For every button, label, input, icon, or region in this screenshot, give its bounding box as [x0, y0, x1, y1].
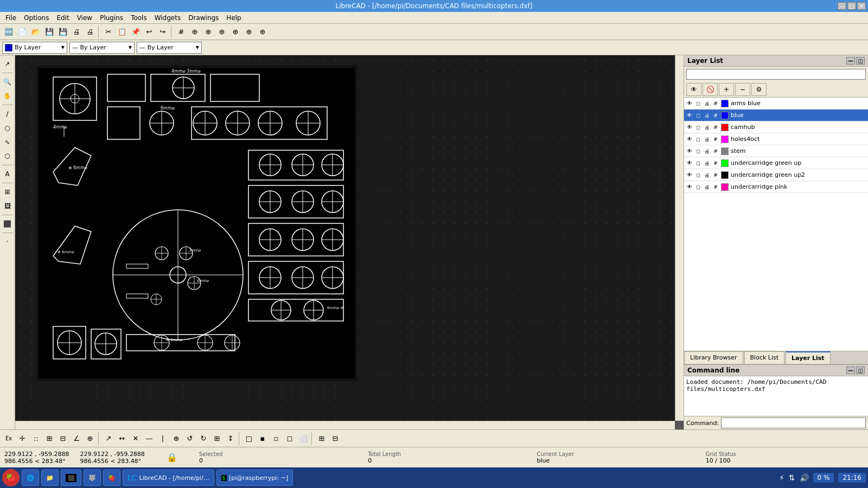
- menu-widgets[interactable]: Widgets: [151, 13, 184, 23]
- paste-button[interactable]: 📌: [129, 25, 142, 38]
- start-button[interactable]: 🍓: [2, 469, 20, 486]
- block-tool[interactable]: ⬛: [1, 217, 14, 230]
- modify10[interactable]: ↕: [224, 432, 237, 445]
- print-button[interactable]: 🖨: [70, 25, 83, 38]
- layer-row[interactable]: 👁 ◻ 🖨 # undercarridge green up: [684, 157, 868, 169]
- snap-angle[interactable]: ∠: [70, 432, 83, 445]
- text-tool[interactable]: A: [1, 168, 14, 181]
- layer-visibility-icon[interactable]: 👁: [685, 123, 694, 132]
- layer-settings-button[interactable]: ⚙: [751, 83, 767, 96]
- pi-button[interactable]: 🍓: [103, 470, 120, 486]
- layer-panel-float[interactable]: ◫: [856, 57, 865, 65]
- remove-layer-button[interactable]: −: [735, 83, 750, 96]
- snap5-button[interactable]: ⊕: [242, 25, 256, 38]
- snap6-button[interactable]: ⊕: [256, 25, 269, 38]
- layer-color-swatch[interactable]: [721, 159, 729, 167]
- insert1[interactable]: ⊞: [315, 432, 328, 445]
- tab-library-browser[interactable]: Library Browser: [684, 351, 743, 364]
- layer-hash-icon[interactable]: #: [711, 123, 720, 132]
- horizontal-scrollbar[interactable]: [15, 421, 675, 429]
- layer-color-swatch[interactable]: [721, 183, 729, 191]
- vertical-scrollbar[interactable]: [675, 55, 684, 421]
- save2-button[interactable]: 💾: [56, 25, 69, 38]
- layer-lock-icon[interactable]: ◻: [694, 147, 703, 156]
- new-button[interactable]: 🆕: [2, 25, 15, 38]
- menu-plugins[interactable]: Plugins: [97, 13, 126, 23]
- layer-panel-minimize[interactable]: —: [846, 57, 855, 65]
- snap-grid[interactable]: ::: [29, 432, 42, 445]
- browser-button[interactable]: 🌐: [22, 470, 39, 486]
- snap-cross[interactable]: ✛: [16, 432, 29, 445]
- layer-print-icon[interactable]: 🖨: [703, 171, 711, 179]
- layer-color-swatch[interactable]: [721, 147, 729, 155]
- menu-file[interactable]: File: [2, 13, 20, 23]
- layer-hash-icon[interactable]: #: [711, 99, 720, 108]
- menu-options[interactable]: Options: [21, 13, 52, 23]
- view-sq5[interactable]: ⬜: [297, 432, 310, 445]
- modify5[interactable]: |: [156, 432, 169, 445]
- cut-button[interactable]: ✂: [102, 25, 115, 38]
- layer-visibility-icon[interactable]: 👁: [685, 99, 694, 108]
- show-all-button[interactable]: 👁: [686, 83, 701, 96]
- snap-ex[interactable]: Ex: [2, 432, 15, 445]
- layer-hash-icon[interactable]: #: [711, 111, 720, 120]
- canvas-area[interactable]: 4mm⌀ 4mm⌀ 3mm⌀ 6mm⌀: [15, 55, 684, 429]
- hide-all-button[interactable]: 🚫: [703, 83, 718, 96]
- menu-view[interactable]: View: [74, 13, 95, 23]
- layer-visibility-icon[interactable]: 👁: [685, 111, 694, 120]
- cmd-float[interactable]: ◫: [856, 367, 865, 374]
- modify9[interactable]: ⊞: [210, 432, 224, 445]
- layer-row[interactable]: 👁 ◻ 🖨 # camhub: [684, 121, 868, 133]
- layer-lock-icon[interactable]: ◻: [694, 183, 703, 191]
- select-tool[interactable]: ↗: [1, 57, 14, 70]
- tab-block-list[interactable]: Block List: [744, 351, 784, 364]
- modify4[interactable]: —: [143, 432, 156, 445]
- close-button[interactable]: ✕: [857, 2, 866, 10]
- layer-lock-icon[interactable]: ◻: [694, 111, 703, 120]
- terminal-button[interactable]: ⬛: [61, 470, 81, 486]
- drawing-canvas[interactable]: 4mm⌀ 4mm⌀ 3mm⌀ 6mm⌀: [37, 66, 357, 381]
- layer-print-icon[interactable]: 🖨: [703, 123, 711, 132]
- print2-button[interactable]: 🖨: [84, 25, 97, 38]
- layer-hash-icon[interactable]: #: [711, 183, 720, 191]
- layer-print-icon[interactable]: 🖨: [703, 135, 711, 144]
- snap-free[interactable]: ⊕: [84, 432, 97, 445]
- tab-layer-list[interactable]: Layer List: [786, 351, 831, 364]
- maximize-button[interactable]: □: [847, 2, 856, 10]
- view-sq3[interactable]: ▫: [270, 432, 283, 445]
- hatch-tool[interactable]: ⊞: [1, 185, 14, 198]
- modify2[interactable]: ↔: [116, 432, 129, 445]
- cmd-minimize[interactable]: —: [846, 367, 855, 374]
- new2-button[interactable]: 📄: [16, 25, 29, 38]
- snap1-button[interactable]: ⊕: [188, 25, 201, 38]
- layer-hash-icon[interactable]: #: [711, 159, 720, 168]
- snap2-button[interactable]: ⊕: [202, 25, 215, 38]
- layer-print-icon[interactable]: 🖨: [703, 159, 711, 168]
- command-input[interactable]: [721, 418, 866, 428]
- layer-lock-icon[interactable]: ◻: [694, 171, 703, 179]
- snap-ortho[interactable]: ⊟: [56, 432, 69, 445]
- line-type-selector[interactable]: — By Layer: [69, 42, 135, 54]
- layer-visibility-icon[interactable]: 👁: [685, 183, 694, 191]
- layer-color-swatch[interactable]: [721, 171, 729, 179]
- layer-row[interactable]: 👁 ◻ 🖨 # blue: [684, 110, 868, 121]
- color-selector[interactable]: By Layer: [2, 42, 67, 54]
- terminal-task-button[interactable]: $ [pi@raspberrypi: ~]: [216, 470, 293, 486]
- layer-row[interactable]: 👁 ◻ 🖨 # undercarridge green up2: [684, 169, 868, 181]
- poly-tool[interactable]: ⬡: [1, 150, 14, 163]
- layer-row[interactable]: 👁 ◻ 🖨 # undercarridge pink: [684, 181, 868, 193]
- layer-color-swatch[interactable]: [721, 100, 729, 107]
- layer-row[interactable]: 👁 ◻ 🖨 # stem: [684, 145, 868, 157]
- view-sq2[interactable]: ▪: [256, 432, 269, 445]
- menu-tools[interactable]: Tools: [127, 13, 150, 23]
- modify3[interactable]: ✕: [129, 432, 142, 445]
- modify8[interactable]: ↻: [197, 432, 210, 445]
- open-button[interactable]: 📂: [29, 25, 42, 38]
- zoom-tool[interactable]: 🔍: [1, 75, 14, 88]
- librecad-task-button[interactable]: LC LibreCAD - [/home/pi/...: [123, 470, 214, 486]
- circle-tool[interactable]: ○: [1, 121, 14, 134]
- modify6[interactable]: ⊕: [170, 432, 183, 445]
- snap4-button[interactable]: ⊕: [229, 25, 242, 38]
- layer-print-icon[interactable]: 🖨: [703, 147, 711, 156]
- layer-color-swatch[interactable]: [721, 136, 729, 143]
